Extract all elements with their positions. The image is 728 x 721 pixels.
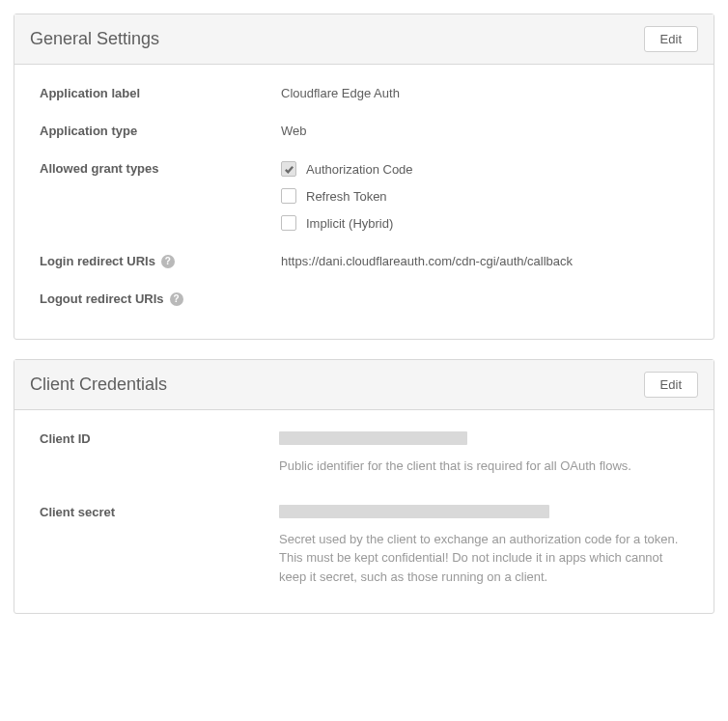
checkbox-refresh-token[interactable] — [281, 188, 296, 204]
grant-types-label: Allowed grant types — [40, 161, 281, 176]
grant-type-authorization-code: Authorization Code — [281, 161, 688, 177]
application-type-label: Application type — [40, 124, 281, 138]
grant-types-row: Allowed grant types Authorization Code R… — [40, 161, 688, 231]
grant-type-label: Implicit (Hybrid) — [306, 216, 393, 231]
client-credentials-panel: Client Credentials Edit Client ID Public… — [14, 359, 714, 614]
application-type-row: Application type Web — [40, 124, 688, 138]
client-id-redacted — [279, 431, 467, 445]
grant-type-refresh-token: Refresh Token — [281, 188, 688, 204]
application-type-value: Web — [281, 124, 688, 138]
checkbox-authorization-code[interactable] — [281, 161, 296, 177]
client-credentials-header: Client Credentials Edit — [14, 360, 714, 410]
logout-redirect-label: Logout redirect URIs — [40, 291, 164, 306]
client-secret-redacted — [279, 505, 549, 518]
check-icon — [284, 164, 294, 175]
application-label-value: Cloudflare Edge Auth — [281, 86, 688, 100]
grant-type-implicit: Implicit (Hybrid) — [281, 215, 688, 231]
client-credentials-body: Client ID Public identifier for the clie… — [14, 410, 714, 613]
login-redirect-row: Login redirect URIs ? https://dani.cloud… — [40, 254, 688, 268]
client-credentials-title: Client Credentials — [30, 374, 167, 395]
general-settings-body: Application label Cloudflare Edge Auth A… — [14, 65, 714, 339]
logout-redirect-label-wrap: Logout redirect URIs ? — [40, 291, 281, 306]
grant-types-group: Authorization Code Refresh Token Implici… — [281, 161, 688, 231]
logout-redirect-row: Logout redirect URIs ? — [40, 291, 688, 306]
application-label-row: Application label Cloudflare Edge Auth — [40, 86, 688, 100]
login-redirect-value: https://dani.cloudflareauth.com/cdn-cgi/… — [281, 254, 688, 268]
client-id-row: Client ID Public identifier for the clie… — [40, 431, 688, 476]
general-settings-header: General Settings Edit — [14, 14, 714, 65]
general-settings-panel: General Settings Edit Application label … — [14, 14, 714, 340]
client-secret-value-wrap: Secret used by the client to exchange an… — [279, 505, 688, 587]
help-icon[interactable]: ? — [170, 292, 183, 306]
edit-credentials-button[interactable]: Edit — [644, 372, 698, 398]
client-id-label: Client ID — [40, 431, 279, 446]
edit-general-button[interactable]: Edit — [644, 26, 698, 52]
login-redirect-label: Login redirect URIs — [40, 254, 155, 268]
client-secret-row: Client secret Secret used by the client … — [40, 505, 688, 587]
client-id-value-wrap: Public identifier for the client that is… — [279, 431, 688, 476]
login-redirect-label-wrap: Login redirect URIs ? — [40, 254, 281, 268]
general-settings-title: General Settings — [30, 29, 159, 49]
checkbox-implicit[interactable] — [281, 215, 296, 231]
application-label-label: Application label — [40, 86, 281, 100]
grant-type-label: Refresh Token — [306, 189, 387, 204]
help-icon[interactable]: ? — [161, 255, 175, 268]
client-id-description: Public identifier for the client that is… — [279, 457, 688, 476]
client-secret-description: Secret used by the client to exchange an… — [279, 530, 688, 587]
client-secret-label: Client secret — [40, 505, 279, 519]
grant-type-label: Authorization Code — [306, 162, 413, 177]
